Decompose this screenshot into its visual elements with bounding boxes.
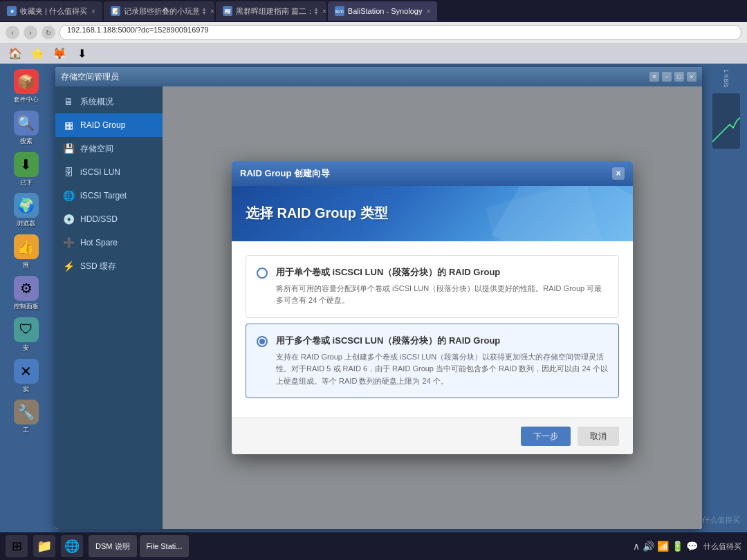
- start-button[interactable]: ⊞: [6, 535, 28, 557]
- icon-label-like: 推: [23, 261, 29, 269]
- extension-icon[interactable]: 🦊: [50, 44, 69, 63]
- sidebar-label-iscsi-target: iSCSI Target: [80, 191, 127, 200]
- desktop-icon-package[interactable]: 📦 套件中心: [6, 69, 47, 104]
- radio-single[interactable]: [257, 268, 268, 279]
- icon-img-security: 🛡: [14, 317, 39, 342]
- tab-close-tab3[interactable]: ×: [322, 8, 326, 15]
- dsm-titlebar-buttons: ≡ − □ ×: [649, 72, 697, 82]
- icon-label-search: 搜索: [20, 138, 33, 145]
- raid-option-single[interactable]: 用于单个卷或 iSCSCI LUN（段落分块）的 RAID Group 将所有可…: [246, 255, 619, 318]
- browser-toolbar: 🏠 ⭐ 🦊 ⬇: [0, 43, 747, 64]
- network-icon[interactable]: 📶: [657, 541, 669, 552]
- radio-multiple[interactable]: [257, 336, 268, 347]
- file-explorer-button[interactable]: 📁: [33, 535, 55, 557]
- icon-label-tools: 工: [23, 427, 29, 434]
- sidebar-item-raid[interactable]: ▦ RAID Group: [55, 113, 163, 137]
- sidebar-label-overview: 系统概况: [80, 96, 113, 108]
- sidebar-item-hdd-ssd[interactable]: 💿 HDD/SSD: [55, 207, 163, 231]
- browser-tab-tab3[interactable]: 📰黑群晖组建指南 篇二：‡×: [216, 1, 326, 21]
- taskbar-start: ⊞ 📁 🌐: [6, 535, 83, 557]
- icon-label-package: 套件中心: [14, 96, 39, 104]
- sidebar-item-overview[interactable]: 🖥 系统概况: [55, 90, 163, 113]
- tab-close-tab2[interactable]: ×: [210, 8, 214, 15]
- sidebar-item-storage[interactable]: 💾 存储空间: [55, 137, 163, 160]
- tab-close-tab4[interactable]: ×: [426, 8, 430, 15]
- content-area: 📦 套件中心 🔍 搜索 ⬇ 已下 🌍 浏览器 👍 推 ⚙ 控制面板 🛡 安 ✕ …: [0, 64, 747, 532]
- browser-tab-tab1[interactable]: ★收藏夹 | 什么值得买×: [0, 1, 102, 21]
- taskbar-item-filestation[interactable]: File Stati...: [140, 535, 190, 557]
- storage-text: 1 KB/s: [723, 69, 730, 88]
- taskbar-item-dsm[interactable]: DSM 说明: [89, 535, 137, 557]
- modal-header-title: 选择 RAID Group 类型: [246, 204, 388, 223]
- sidebar-item-iscsi-lun[interactable]: 🗄 iSCSI LUN: [55, 160, 163, 184]
- tab-label-tab4: BaliStation - Synology: [348, 7, 423, 15]
- browser-tab-tab4[interactable]: BmBaliStation - Synology×: [328, 1, 437, 21]
- icon-img-like: 👍: [14, 234, 39, 259]
- icon-img-tools: 🔧: [14, 400, 39, 424]
- forward-button[interactable]: ›: [24, 26, 37, 39]
- desktop-icon-download[interactable]: ⬇ 已下: [6, 152, 47, 187]
- option-multiple-text: 用于多个卷或 iSCSCI LUN（段落分块）的 RAID Group 支持在 …: [276, 335, 608, 388]
- desktop-icons: 📦 套件中心 🔍 搜索 ⬇ 已下 🌍 浏览器 👍 推 ⚙ 控制面板 🛡 安 ✕ …: [0, 64, 52, 532]
- icon-label-browser: 浏览器: [17, 220, 35, 227]
- modal-footer: 下一步 取消: [232, 418, 633, 454]
- next-button[interactable]: 下一步: [521, 427, 571, 446]
- iscsi-target-icon: 🌐: [62, 189, 75, 202]
- modal-titlebar: RAID Group 创建向导 ×: [232, 161, 633, 186]
- sidebar-label-raid: RAID Group: [80, 120, 125, 130]
- tab-label-tab1: 收藏夹 | 什么值得买: [20, 6, 87, 17]
- iscsi-lun-icon: 🗄: [62, 166, 75, 178]
- desktop-icon-security[interactable]: 🛡 安: [6, 317, 47, 352]
- battery-icon[interactable]: 🔋: [672, 541, 683, 552]
- sidebar-item-ssd-cache[interactable]: ⚡ SSD 缓存: [55, 254, 163, 278]
- sidebar-item-hot-spare[interactable]: ➕ Hot Spare: [55, 231, 163, 254]
- dsm-title: 存储空间管理员: [61, 71, 119, 83]
- icon-img-browser: 🌍: [14, 193, 39, 218]
- hdd-ssd-icon: 💿: [62, 213, 75, 225]
- desktop-icon-browser[interactable]: 🌍 浏览器: [6, 193, 47, 227]
- speaker-icon[interactable]: 🔊: [643, 541, 654, 552]
- raid-option-multiple[interactable]: 用于多个卷或 iSCSCI LUN（段落分块）的 RAID Group 支持在 …: [246, 324, 619, 399]
- taskbar-item-dsm-label: DSM 说明: [95, 541, 130, 552]
- bookmark-icon[interactable]: ⭐: [28, 44, 47, 63]
- desktop-icon-search[interactable]: 🔍 搜索: [6, 111, 47, 145]
- desktop-icon-like[interactable]: 👍 推: [6, 234, 47, 269]
- icon-img-search: 🔍: [14, 111, 39, 136]
- download-icon[interactable]: ⬇: [72, 44, 91, 63]
- notification-icon[interactable]: 💬: [686, 541, 698, 552]
- tab-favicon-tab1: ★: [7, 6, 17, 16]
- sidebar-label-ssd-cache: SSD 缓存: [80, 261, 116, 272]
- cancel-button[interactable]: 取消: [578, 427, 619, 446]
- arrow-up-icon: ∧: [633, 541, 640, 552]
- dsm-pin-button[interactable]: ≡: [649, 72, 659, 82]
- sidebar-item-iscsi-target[interactable]: 🌐 iSCSI Target: [55, 184, 163, 207]
- overview-icon: 🖥: [62, 95, 75, 108]
- sidebar-label-storage: 存储空间: [80, 143, 113, 155]
- url-input[interactable]: 192.168.1.188:5000/?dc=1528900916979: [59, 25, 741, 40]
- reload-button[interactable]: ↻: [42, 26, 55, 39]
- tab-close-tab1[interactable]: ×: [91, 8, 95, 15]
- icon-img-control: ⚙: [14, 276, 39, 301]
- back-button[interactable]: ‹: [6, 26, 19, 39]
- dsm-close-button[interactable]: ×: [687, 72, 697, 82]
- modal-close-button[interactable]: ×: [612, 167, 625, 180]
- chrome-button[interactable]: 🌐: [61, 535, 83, 557]
- browser-tab-tab2[interactable]: 📝记录那些折叠的小玩意 ‡×: [104, 1, 214, 21]
- option-multiple-title: 用于多个卷或 iSCSCI LUN（段落分块）的 RAID Group: [276, 335, 608, 347]
- raid-wizard-modal: RAID Group 创建向导 × 选择 RAID Group 类型: [232, 161, 633, 455]
- dsm-minimize-button[interactable]: −: [662, 72, 672, 82]
- tab-label-tab2: 记录那些折叠的小玩意 ‡: [124, 6, 206, 17]
- desktop-icon-control[interactable]: ⚙ 控制面板: [6, 276, 47, 310]
- dsm-maximize-button[interactable]: □: [674, 72, 684, 82]
- option-single-title: 用于单个卷或 iSCSCI LUN（段落分块）的 RAID Group: [276, 266, 608, 279]
- desktop-icon-settings[interactable]: ✕ 实: [6, 359, 47, 393]
- icon-label-control: 控制面板: [14, 303, 39, 310]
- dsm-sidebar: 🖥 系统概况 ▦ RAID Group 💾 存储空间 🗄 iSCSI LUN: [55, 86, 163, 529]
- desktop-icon-tools[interactable]: 🔧 工: [6, 400, 47, 434]
- dsm-titlebar: 存储空间管理员 ≡ − □ ×: [55, 67, 702, 86]
- sidebar-label-hdd-ssd: HDD/SSD: [80, 214, 118, 224]
- home-icon[interactable]: 🏠: [6, 44, 25, 63]
- modal-title: RAID Group 创建向导: [240, 167, 330, 180]
- icon-img-package: 📦: [14, 69, 39, 94]
- taskbar-item-filestation-label: File Stati...: [147, 542, 183, 550]
